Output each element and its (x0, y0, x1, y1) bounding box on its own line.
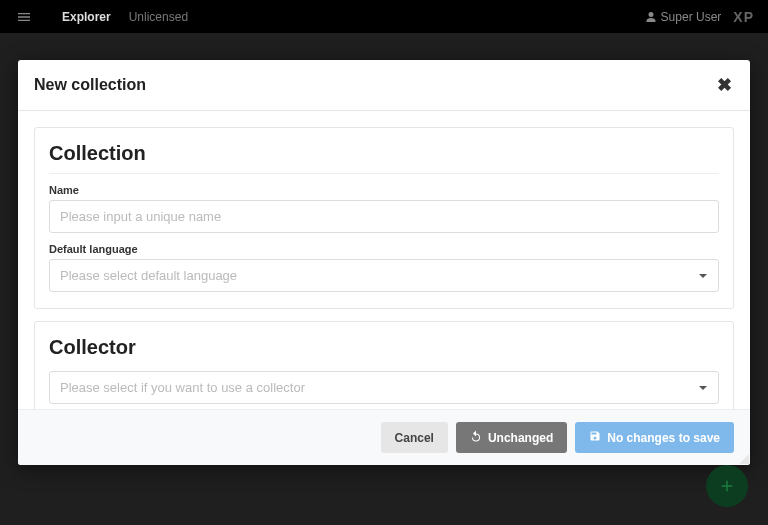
collector-panel: Collector Please select if you want to u… (34, 321, 734, 409)
unchanged-button[interactable]: Unchanged (456, 422, 567, 453)
chevron-down-icon (699, 274, 707, 278)
topbar: Explorer Unlicensed Super User XP (0, 0, 768, 33)
default-language-label: Default language (49, 243, 719, 255)
undo-icon (470, 430, 482, 445)
collection-panel-title: Collection (49, 142, 719, 174)
close-button[interactable]: ✖ (715, 74, 734, 96)
product-logo: XP (733, 9, 754, 25)
name-input[interactable] (49, 200, 719, 233)
chevron-down-icon (699, 386, 707, 390)
name-label: Name (49, 184, 719, 196)
modal-footer: Cancel Unchanged No changes to save (18, 409, 750, 465)
menu-icon[interactable] (0, 9, 48, 25)
collector-panel-title: Collector (49, 336, 719, 365)
default-language-value: Please select default language (49, 259, 719, 292)
user-icon (645, 10, 657, 24)
modal-header: New collection ✖ (18, 60, 750, 111)
new-collection-modal: New collection ✖ Collection Name Default… (18, 60, 750, 465)
add-fab[interactable] (706, 465, 748, 507)
app-title: Explorer (48, 10, 125, 24)
resize-handle[interactable] (737, 452, 749, 464)
user-chip[interactable]: Super User (645, 10, 721, 24)
modal-title: New collection (34, 76, 146, 94)
modal-body: Collection Name Default language Please … (18, 111, 750, 409)
collector-select[interactable]: Please select if you want to use a colle… (49, 371, 719, 404)
cancel-button[interactable]: Cancel (381, 422, 448, 453)
default-language-select[interactable]: Please select default language (49, 259, 719, 292)
collector-value: Please select if you want to use a colle… (49, 371, 719, 404)
save-button[interactable]: No changes to save (575, 422, 734, 453)
plus-icon (718, 477, 736, 495)
user-name: Super User (661, 10, 722, 24)
save-icon (589, 430, 601, 445)
license-status: Unlicensed (125, 10, 192, 24)
collection-panel: Collection Name Default language Please … (34, 127, 734, 309)
close-icon: ✖ (717, 75, 732, 95)
